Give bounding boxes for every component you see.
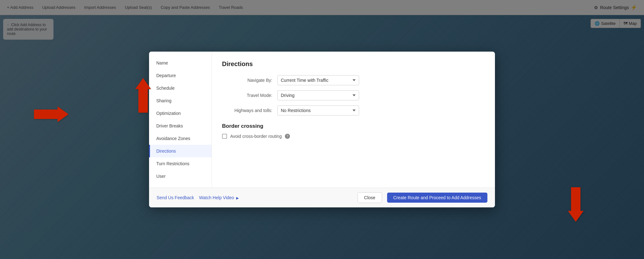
- navigate-by-row: Navigate By: Current Time with Traffic S…: [222, 75, 485, 85]
- navigate-by-label: Navigate By:: [222, 78, 272, 83]
- svg-marker-1: [135, 78, 151, 113]
- help-icon[interactable]: ?: [285, 134, 290, 139]
- highways-tolls-select[interactable]: No Restrictions Avoid Highways Avoid Tol…: [277, 105, 359, 115]
- modal: Name Departure Schedule Sharing Optimiza…: [149, 52, 495, 207]
- section-title: Directions: [222, 60, 485, 68]
- travel-mode-row: Travel Mode: Driving Walking Cycling: [222, 90, 485, 100]
- close-button[interactable]: Close: [358, 192, 382, 203]
- red-arrow-up-annotation: [135, 78, 151, 114]
- nav-item-directions[interactable]: Directions: [149, 145, 212, 157]
- external-link-icon: ▶: [236, 196, 239, 200]
- avoid-border-row: Avoid cross-border routing ?: [222, 134, 485, 139]
- up-arrow-svg: [135, 78, 151, 113]
- nav-item-departure[interactable]: Departure: [149, 69, 212, 82]
- watch-video-label: Watch Help Video: [199, 195, 234, 200]
- nav-item-optimization[interactable]: Optimization: [149, 107, 212, 120]
- nav-item-sharing[interactable]: Sharing: [149, 94, 212, 107]
- nav-item-driver-breaks[interactable]: Driver Breaks: [149, 120, 212, 132]
- right-arrow-svg: [34, 106, 69, 122]
- modal-nav: Name Departure Schedule Sharing Optimiza…: [149, 52, 212, 188]
- red-arrow-down-annotation: [568, 187, 584, 223]
- svg-marker-0: [34, 106, 69, 122]
- modal-footer: Send Us Feedback Watch Help Video ▶ Clos…: [149, 188, 495, 207]
- watch-video-button[interactable]: Watch Help Video ▶: [199, 195, 239, 200]
- svg-marker-2: [568, 187, 584, 222]
- nav-item-avoidance-zones[interactable]: Avoidance Zones: [149, 132, 212, 145]
- avoid-border-checkbox[interactable]: [222, 134, 227, 139]
- modal-overlay: Name Departure Schedule Sharing Optimiza…: [0, 0, 644, 259]
- highways-tolls-label: Highways and tolls:: [222, 108, 272, 113]
- border-crossing-title: Border crossing: [222, 123, 485, 129]
- modal-content: Directions Navigate By: Current Time wit…: [212, 52, 495, 188]
- down-arrow-svg: [568, 187, 584, 222]
- create-route-button[interactable]: Create Route and Proceed to Add Addresse…: [387, 193, 487, 203]
- travel-mode-select[interactable]: Driving Walking Cycling: [277, 90, 359, 100]
- nav-item-user[interactable]: User: [149, 170, 212, 183]
- nav-item-name[interactable]: Name: [149, 57, 212, 69]
- travel-mode-label: Travel Mode:: [222, 93, 272, 98]
- nav-item-schedule[interactable]: Schedule: [149, 82, 212, 94]
- highways-tolls-row: Highways and tolls: No Restrictions Avoi…: [222, 105, 485, 115]
- avoid-border-label: Avoid cross-border routing: [230, 134, 282, 139]
- red-arrow-right-annotation: [34, 106, 69, 123]
- modal-body: Name Departure Schedule Sharing Optimiza…: [149, 52, 495, 188]
- nav-item-turn-restrictions[interactable]: Turn Restrictions: [149, 157, 212, 170]
- navigate-by-select[interactable]: Current Time with Traffic Specific Time …: [277, 75, 359, 85]
- send-feedback-button[interactable]: Send Us Feedback: [157, 195, 194, 200]
